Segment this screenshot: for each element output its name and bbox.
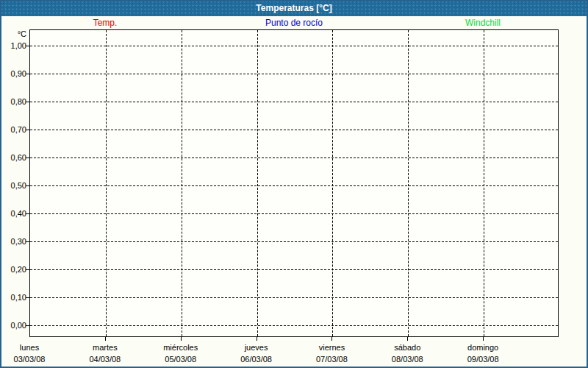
v-gridline <box>106 30 107 336</box>
h-gridline <box>30 241 558 242</box>
day-name: domingo <box>442 342 523 353</box>
legend: Temp.Punto de rocíoWindchill <box>0 18 588 29</box>
y-axis-tick <box>26 158 29 158</box>
x-day-label: jueves06/03/08 <box>216 342 297 365</box>
day-name: lunes <box>0 342 70 353</box>
v-gridline <box>408 30 409 336</box>
legend-item: Temp. <box>93 18 118 29</box>
h-gridline <box>30 74 558 74</box>
day-name: martes <box>65 342 146 353</box>
day-date: 09/03/08 <box>442 353 523 365</box>
v-gridline <box>332 30 333 336</box>
y-tick-label: 0,60 <box>1 152 26 163</box>
y-axis-tick <box>26 46 29 46</box>
x-axis-tick <box>105 337 106 341</box>
day-name: viernes <box>291 342 372 353</box>
h-gridline <box>30 46 558 46</box>
h-gridline <box>30 158 558 158</box>
y-tick-label: 0,10 <box>1 292 26 302</box>
x-axis-tick <box>257 337 257 341</box>
chart-title-bar: Temperaturas [°C] <box>0 0 588 16</box>
day-date: 08/03/08 <box>367 353 448 365</box>
y-tick-label: 0,30 <box>1 236 26 247</box>
day-date: 03/03/08 <box>0 353 70 365</box>
y-tick-label: 0,40 <box>1 208 26 219</box>
chart-title: Temperaturas [°C] <box>256 3 331 13</box>
h-gridline <box>30 102 558 102</box>
y-tick-label: 0,00 <box>1 320 26 330</box>
y-axis-tick <box>26 74 29 74</box>
legend-item: Windchill <box>465 18 501 29</box>
y-tick-label: 0,20 <box>1 264 26 275</box>
day-date: 07/03/08 <box>291 353 372 365</box>
x-axis-tick <box>331 337 332 341</box>
legend-item: Punto de rocío <box>265 18 323 29</box>
h-gridline <box>30 213 558 214</box>
y-axis-tick <box>26 297 29 298</box>
day-name: sábado <box>367 342 448 353</box>
x-day-label: miércoles05/03/08 <box>140 342 221 365</box>
day-date: 05/03/08 <box>140 353 221 365</box>
v-gridline <box>182 30 182 336</box>
h-gridline <box>30 185 558 186</box>
y-axis-tick <box>26 185 29 186</box>
y-axis-unit-label: °C <box>1 29 26 39</box>
weather-chart-window: Temperaturas [°C] Temp.Punto de rocíoWin… <box>0 0 588 368</box>
x-day-label: martes04/03/08 <box>65 342 146 365</box>
day-name: miércoles <box>140 342 221 353</box>
h-gridline <box>30 269 558 270</box>
h-gridline <box>30 325 558 326</box>
day-date: 06/03/08 <box>216 353 297 365</box>
h-gridline <box>30 297 558 298</box>
h-gridline <box>30 130 558 130</box>
y-tick-label: 0,80 <box>1 96 26 107</box>
y-axis-tick <box>26 325 29 326</box>
x-axis-tick <box>483 337 484 341</box>
x-day-label: sábado08/03/08 <box>367 342 448 365</box>
y-axis-tick <box>26 269 29 270</box>
v-gridline <box>257 30 258 336</box>
day-date: 04/03/08 <box>65 353 146 365</box>
plot-area <box>29 29 559 337</box>
y-tick-label: 1,00 <box>1 40 26 51</box>
x-axis-tick <box>181 337 182 341</box>
y-tick-label: 0,90 <box>1 68 26 79</box>
y-tick-label: 0,50 <box>1 180 26 191</box>
y-axis-tick <box>26 241 29 242</box>
y-axis-tick <box>26 102 29 102</box>
y-tick-label: 0,70 <box>1 124 26 135</box>
x-day-label: domingo09/03/08 <box>442 342 523 365</box>
y-axis-tick <box>26 213 29 214</box>
v-gridline <box>484 30 484 336</box>
x-day-label: viernes07/03/08 <box>291 342 372 365</box>
y-axis-tick <box>26 130 29 130</box>
day-name: jueves <box>216 342 297 353</box>
x-axis-tick <box>407 337 408 341</box>
x-day-label: lunes03/03/08 <box>0 342 70 365</box>
